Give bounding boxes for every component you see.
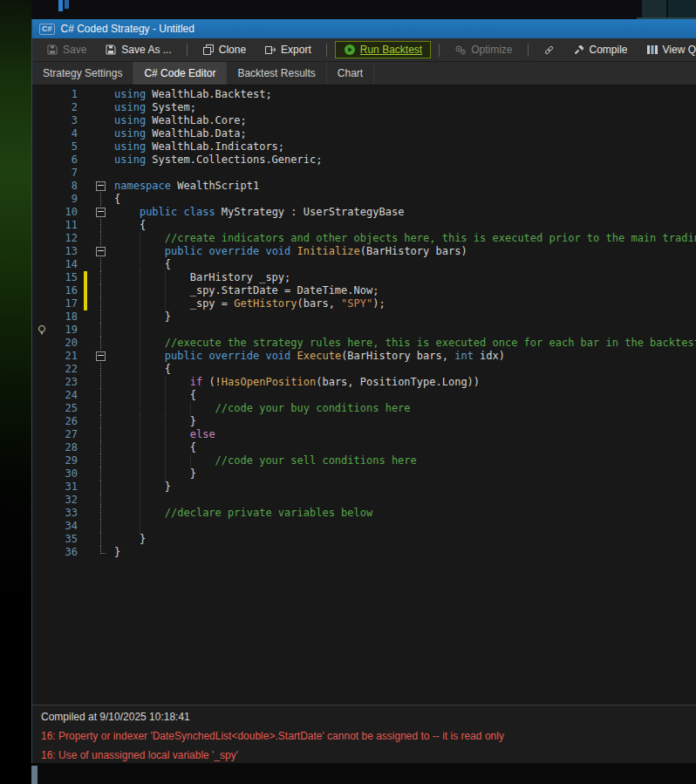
code-text[interactable]: using WealthLab.Core;	[109, 114, 696, 127]
code-text[interactable]: BarHistory _spy;	[109, 271, 696, 284]
code-line[interactable]: 18 }	[32, 310, 696, 324]
code-text[interactable]: using System;	[109, 101, 696, 114]
tab-backtest-results[interactable]: Backtest Results	[227, 62, 326, 85]
code-text[interactable]	[109, 520, 696, 533]
breakpoint-margin[interactable]	[32, 520, 51, 533]
fold-margin[interactable]	[92, 180, 109, 193]
export-button[interactable]: Export	[257, 41, 318, 58]
code-line[interactable]: 8namespace WealthScript1	[32, 180, 696, 193]
compile-error[interactable]: 16: Use of unassigned local variable '_s…	[41, 749, 687, 762]
breakpoint-margin[interactable]	[32, 441, 51, 454]
code-line[interactable]: 27 else	[32, 428, 696, 441]
code-text[interactable]: {	[109, 363, 696, 376]
code-line[interactable]: 15 BarHistory _spy;	[32, 271, 696, 284]
breakpoint-margin[interactable]	[32, 297, 51, 310]
breakpoint-margin[interactable]	[32, 481, 51, 494]
breakpoint-margin[interactable]	[32, 376, 51, 389]
code-text[interactable]	[109, 167, 696, 180]
fold-collapse-icon[interactable]	[96, 181, 106, 191]
code-line[interactable]: 26 }	[32, 415, 696, 428]
code-text[interactable]: _spy = GetHistory(bars, "SPY");	[109, 297, 696, 310]
code-line[interactable]: 9{	[32, 193, 696, 206]
code-line[interactable]: 21 public override void Execute(BarHisto…	[32, 350, 696, 363]
code-text[interactable]: public override void Execute(BarHistory …	[109, 350, 696, 363]
breakpoint-margin[interactable]	[32, 337, 51, 350]
code-line[interactable]: 23 if (!HasOpenPosition(bars, PositionTy…	[32, 376, 696, 389]
code-text[interactable]: using System.Collections.Generic;	[109, 153, 696, 167]
code-line[interactable]: 22 {	[32, 363, 696, 376]
code-line[interactable]: 24 {	[32, 389, 696, 402]
code-line[interactable]: 36}	[32, 546, 696, 559]
compile-button[interactable]: Compile	[566, 41, 635, 58]
code-line[interactable]: 6using System.Collections.Generic;	[32, 153, 696, 167]
breakpoint-margin[interactable]	[32, 546, 51, 559]
code-text[interactable]: using WealthLab.Backtest;	[109, 88, 696, 101]
breakpoint-margin[interactable]	[32, 167, 51, 180]
breakpoint-margin[interactable]	[32, 127, 51, 140]
code-text[interactable]: //code your buy conditions here	[109, 402, 696, 415]
fold-collapse-icon[interactable]	[96, 208, 106, 217]
code-line[interactable]: 30 }	[32, 467, 696, 481]
code-line[interactable]: 10 public class MyStrategy : UserStrateg…	[32, 206, 696, 219]
code-editor[interactable]: 1using WealthLab.Backtest;2using System;…	[32, 85, 696, 705]
code-text[interactable]: //create indicators and other objects he…	[109, 232, 696, 245]
fold-collapse-icon[interactable]	[96, 247, 106, 256]
breakpoint-margin[interactable]	[32, 88, 51, 101]
code-line[interactable]: 31 }	[32, 481, 696, 494]
code-line[interactable]: 13 public override void Initialize(BarHi…	[32, 245, 696, 258]
breakpoint-margin[interactable]	[32, 284, 51, 297]
breakpoint-margin[interactable]	[32, 494, 51, 507]
code-text[interactable]: namespace WealthScript1	[109, 180, 696, 193]
tab-chart[interactable]: Chart	[327, 62, 374, 85]
code-text[interactable]: //execute the strategy rules here, this …	[109, 337, 696, 350]
code-line[interactable]: 32	[32, 494, 696, 507]
breakpoint-margin[interactable]	[32, 219, 51, 232]
code-text[interactable]: {	[109, 219, 696, 232]
code-text[interactable]	[109, 494, 696, 507]
code-line[interactable]: 34	[32, 520, 696, 533]
code-line[interactable]: 12 //create indicators and other objects…	[32, 232, 696, 245]
view-quickref-button[interactable]: View QuickRef	[639, 41, 696, 58]
run-backtest-button[interactable]: Run Backtest	[335, 41, 431, 58]
code-text[interactable]	[109, 324, 696, 337]
code-line[interactable]: 1using WealthLab.Backtest;	[32, 88, 696, 101]
code-line[interactable]: 19	[32, 324, 696, 337]
breakpoint-margin[interactable]	[32, 245, 51, 258]
code-text[interactable]: public override void Initialize(BarHisto…	[109, 245, 696, 258]
breakpoint-margin[interactable]	[32, 310, 51, 324]
code-text[interactable]: {	[109, 389, 696, 402]
code-text[interactable]: _spy.StartDate = DateTime.Now;	[109, 284, 696, 297]
save-as-button[interactable]: Save As ...	[98, 41, 178, 58]
breakpoint-margin[interactable]	[32, 467, 51, 481]
optimize-button[interactable]: Optimize	[447, 41, 519, 58]
code-text[interactable]: }	[109, 533, 696, 546]
code-text[interactable]: //code your sell conditions here	[109, 454, 696, 467]
code-line[interactable]: 20 //execute the strategy rules here, th…	[32, 337, 696, 350]
code-line[interactable]: 11 {	[32, 219, 696, 232]
fold-margin[interactable]	[92, 350, 109, 363]
code-text[interactable]: {	[109, 258, 696, 271]
fold-collapse-icon[interactable]	[96, 351, 106, 361]
breakpoint-margin[interactable]	[32, 232, 51, 245]
code-line[interactable]: 29 //code your sell conditions here	[32, 454, 696, 467]
breakpoint-margin[interactable]	[32, 350, 51, 363]
breakpoint-margin[interactable]	[32, 140, 51, 153]
quick-action-lightbulb-icon[interactable]	[32, 324, 51, 337]
breakpoint-margin[interactable]	[32, 389, 51, 402]
breakpoint-margin[interactable]	[32, 153, 51, 167]
breakpoint-margin[interactable]	[32, 258, 51, 271]
code-text[interactable]: if (!HasOpenPosition(bars, PositionType.…	[109, 376, 696, 389]
breakpoint-margin[interactable]	[32, 402, 51, 415]
breakpoint-margin[interactable]	[32, 533, 51, 546]
code-text[interactable]: }	[109, 546, 696, 559]
breakpoint-margin[interactable]	[32, 206, 51, 219]
code-line[interactable]: 7	[32, 167, 696, 180]
code-text[interactable]: }	[109, 415, 696, 428]
code-line[interactable]: 25 //code your buy conditions here	[32, 402, 696, 415]
code-line[interactable]: 4using WealthLab.Data;	[32, 127, 696, 140]
tab-strategy-settings[interactable]: Strategy Settings	[32, 62, 133, 85]
code-text[interactable]: //declare private variables below	[109, 507, 696, 520]
breakpoint-margin[interactable]	[32, 454, 51, 467]
code-line[interactable]: 33 //declare private variables below	[32, 507, 696, 520]
code-text[interactable]: }	[109, 467, 696, 481]
